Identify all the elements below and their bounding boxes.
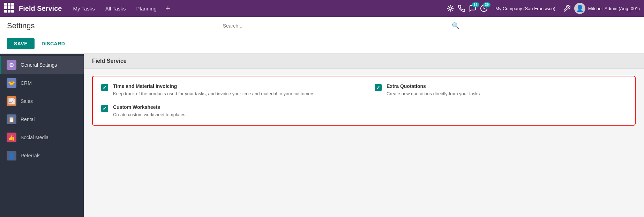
subheader: Settings 🔍 (0, 17, 644, 35)
sidebar-item-rental[interactable]: 📋 Rental (0, 110, 84, 128)
settings-icon-button[interactable] (563, 5, 571, 12)
sidebar-item-social-media[interactable]: 👍 Social Media (0, 128, 84, 147)
sales-icon: 📈 (7, 96, 16, 106)
sidebar-label-social-media: Social Media (21, 135, 48, 140)
feature-item-time-material: ✓ Time and Material Invoicing Keep track… (101, 83, 359, 97)
sidebar-item-referrals[interactable]: 👤 Referrals (0, 147, 84, 165)
feature-item-custom-worksheets: ✓ Custom Worksheets Create custom worksh… (101, 104, 359, 118)
rental-icon: 📋 (7, 114, 16, 124)
feature-title-time-material: Time and Material Invoicing (113, 83, 359, 89)
feature-title-extra-quotations: Extra Quotations (387, 83, 627, 89)
checkbox-time-material[interactable]: ✓ (101, 84, 108, 91)
search-icon[interactable]: 🔍 (452, 22, 459, 30)
discard-button[interactable]: DISCARD (38, 38, 68, 49)
chat-icon-button[interactable]: 16 (469, 5, 477, 12)
topnav: Field Service My Tasks All Tasks Plannin… (0, 0, 644, 17)
feature-box: ✓ Time and Material Invoicing Keep track… (92, 76, 636, 126)
feature-item-extra-quotations: ✓ Extra Quotations Create new quotations… (364, 83, 627, 97)
feature-desc-time-material: Keep track of the products used for your… (113, 90, 359, 97)
phone-icon-button[interactable] (458, 5, 465, 12)
topnav-links: My Tasks All Tasks Planning + (69, 3, 257, 14)
save-button[interactable]: SAVE (7, 38, 35, 49)
chat-badge: 16 (472, 2, 479, 7)
app-title: Field Service (19, 5, 62, 13)
checkbox-custom-worksheets[interactable]: ✓ (101, 105, 108, 112)
search-input[interactable] (223, 23, 452, 29)
topnav-icons: 16 39 My Company (San Francisco) 👤 Mitch… (447, 3, 640, 14)
social-media-icon: 👍 (7, 133, 16, 142)
sidebar-item-sales[interactable]: 📈 Sales (0, 92, 84, 110)
sidebar: ⚙ General Settings 🤝 CRM 📈 Sales 📋 Renta… (0, 54, 84, 217)
sidebar-label-general-settings: General Settings (21, 62, 57, 68)
referrals-icon: 👤 (7, 151, 16, 160)
user-menu[interactable]: 👤 Mitchell Admin (Aug_001) (574, 3, 640, 14)
general-settings-icon: ⚙ (7, 60, 16, 70)
sidebar-label-rental: Rental (21, 117, 35, 122)
sidebar-label-referrals: Referrals (21, 153, 40, 158)
main-layout: ⚙ General Settings 🤝 CRM 📈 Sales 📋 Renta… (0, 54, 644, 217)
bug-icon-button[interactable] (447, 5, 454, 12)
crm-icon: 🤝 (7, 78, 16, 88)
empty-cell (369, 104, 627, 118)
add-menu-button[interactable]: + (163, 4, 173, 13)
nav-my-tasks[interactable]: My Tasks (69, 3, 99, 14)
feature-title-custom-worksheets: Custom Worksheets (113, 104, 359, 110)
sidebar-label-sales: Sales (21, 98, 33, 104)
svg-point-0 (449, 7, 451, 9)
section-body: ✓ Time and Material Invoicing Keep track… (84, 69, 644, 133)
company-name: My Company (San Francisco) (491, 6, 560, 11)
sidebar-item-general-settings[interactable]: ⚙ General Settings (0, 56, 84, 74)
section-header: Field Service (84, 54, 644, 69)
checkbox-extra-quotations[interactable]: ✓ (375, 84, 382, 91)
user-name: Mitchell Admin (Aug_001) (588, 6, 640, 11)
avatar: 👤 (574, 3, 585, 14)
nav-planning[interactable]: Planning (132, 3, 161, 14)
sidebar-item-crm[interactable]: 🤝 CRM (0, 74, 84, 92)
sidebar-label-crm: CRM (21, 80, 32, 86)
clock-icon-button[interactable]: 39 (480, 5, 488, 12)
action-buttons: SAVE DISCARD (0, 35, 644, 54)
grid-menu-icon[interactable] (4, 3, 15, 14)
page-title: Settings (7, 21, 35, 30)
nav-all-tasks[interactable]: All Tasks (101, 3, 130, 14)
feature-desc-custom-worksheets: Create custom worksheet templates (113, 111, 359, 118)
content-area: Field Service ✓ Time and Material Invoic… (84, 54, 644, 217)
clock-badge: 39 (483, 2, 491, 7)
feature-desc-extra-quotations: Create new quotations directly from your… (387, 90, 627, 97)
